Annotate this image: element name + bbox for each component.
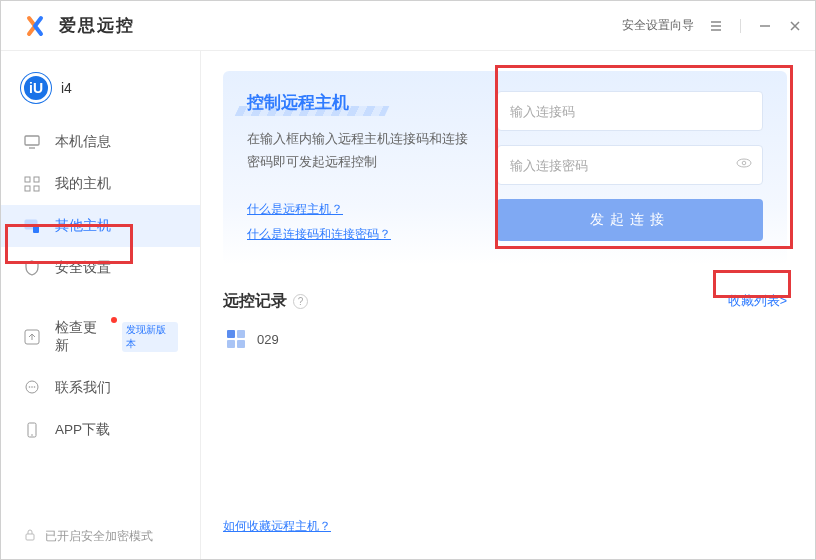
sidebar-item-label: 检查更新 xyxy=(55,319,108,355)
grid-icon xyxy=(23,175,41,193)
favorites-link[interactable]: 收藏列表> xyxy=(728,293,787,310)
chat-icon xyxy=(23,379,41,397)
update-icon xyxy=(23,328,41,346)
monitor-icon xyxy=(23,133,41,151)
history-title: 远控记录 xyxy=(223,291,287,312)
svg-rect-3 xyxy=(25,186,30,191)
svg-rect-6 xyxy=(33,225,39,233)
svg-point-16 xyxy=(742,161,746,165)
device-icon xyxy=(23,217,41,235)
security-wizard-link[interactable]: 安全设置向导 xyxy=(622,17,694,34)
update-dot-icon xyxy=(111,317,117,323)
what-is-code-link[interactable]: 什么是连接码和连接密码？ xyxy=(247,226,391,243)
how-to-favorite-link[interactable]: 如何收藏远程主机？ xyxy=(223,506,331,549)
svg-point-15 xyxy=(737,159,751,167)
connect-button[interactable]: 发起连接 xyxy=(497,199,763,241)
svg-point-9 xyxy=(29,386,31,388)
connect-card: 控制远程主机 在输入框内输入远程主机连接码和连接密码即可发起远程控制 什么是远程… xyxy=(223,71,787,265)
history-header: 远控记录 ? 收藏列表> xyxy=(223,291,787,312)
sidebar-item-label: 其他主机 xyxy=(55,217,111,235)
what-is-host-link[interactable]: 什么是远程主机？ xyxy=(247,201,343,218)
sidebar-item-other-hosts[interactable]: 其他主机 xyxy=(1,205,200,247)
sidebar-item-label: 安全设置 xyxy=(55,259,111,277)
sidebar-item-my-hosts[interactable]: 我的主机 xyxy=(1,163,200,205)
svg-rect-4 xyxy=(34,186,39,191)
titlebar: 爱思远控 安全设置向导 xyxy=(1,1,815,51)
sidebar-item-label: 本机信息 xyxy=(55,133,111,151)
phone-icon xyxy=(23,421,41,439)
secure-mode-status: 已开启安全加密模式 xyxy=(1,514,200,559)
secure-mode-label: 已开启安全加密模式 xyxy=(45,528,153,545)
sidebar-item-check-update[interactable]: 检查更新 发现新版本 xyxy=(1,307,200,367)
sidebar: iU i4 本机信息 我的主机 其他主机 xyxy=(1,51,201,559)
avatar: iU xyxy=(21,73,51,103)
history-item[interactable]: 029 xyxy=(227,330,783,348)
help-icon[interactable]: ? xyxy=(293,294,308,309)
avatar-label: iU xyxy=(29,80,43,96)
sidebar-item-app-download[interactable]: APP下载 xyxy=(1,409,200,451)
show-password-icon[interactable] xyxy=(735,154,753,176)
svg-rect-0 xyxy=(25,136,39,145)
app-logo-icon xyxy=(21,12,49,40)
user-block[interactable]: iU i4 xyxy=(1,63,200,121)
main-content: 控制远程主机 在输入框内输入远程主机连接码和连接密码即可发起远程控制 什么是远程… xyxy=(201,51,815,559)
lock-icon xyxy=(23,528,37,545)
sidebar-item-contact[interactable]: 联系我们 xyxy=(1,367,200,409)
sidebar-item-security[interactable]: 安全设置 xyxy=(1,247,200,289)
history-list: 029 xyxy=(223,312,787,366)
username: i4 xyxy=(61,80,72,96)
svg-point-13 xyxy=(31,434,33,436)
close-icon[interactable] xyxy=(787,18,803,34)
sidebar-item-label: APP下载 xyxy=(55,421,110,439)
host-tiles-icon xyxy=(227,330,245,348)
shield-icon xyxy=(23,259,41,277)
sidebar-item-local-info[interactable]: 本机信息 xyxy=(1,121,200,163)
card-title: 控制远程主机 xyxy=(247,91,369,114)
svg-rect-1 xyxy=(25,177,30,182)
history-item-code: 029 xyxy=(257,332,279,347)
minimize-icon[interactable] xyxy=(757,18,773,34)
sidebar-item-label: 我的主机 xyxy=(55,175,111,193)
update-tag: 发现新版本 xyxy=(122,322,178,352)
connect-code-input[interactable] xyxy=(497,91,763,131)
card-description: 在输入框内输入远程主机连接码和连接密码即可发起远程控制 xyxy=(247,128,477,173)
svg-rect-14 xyxy=(26,534,34,540)
sidebar-item-label: 联系我们 xyxy=(55,379,111,397)
svg-rect-2 xyxy=(34,177,39,182)
app-title: 爱思远控 xyxy=(59,14,135,37)
connect-password-input[interactable] xyxy=(497,145,763,185)
svg-point-11 xyxy=(34,386,36,388)
svg-point-10 xyxy=(31,386,33,388)
menu-icon[interactable] xyxy=(708,18,724,34)
